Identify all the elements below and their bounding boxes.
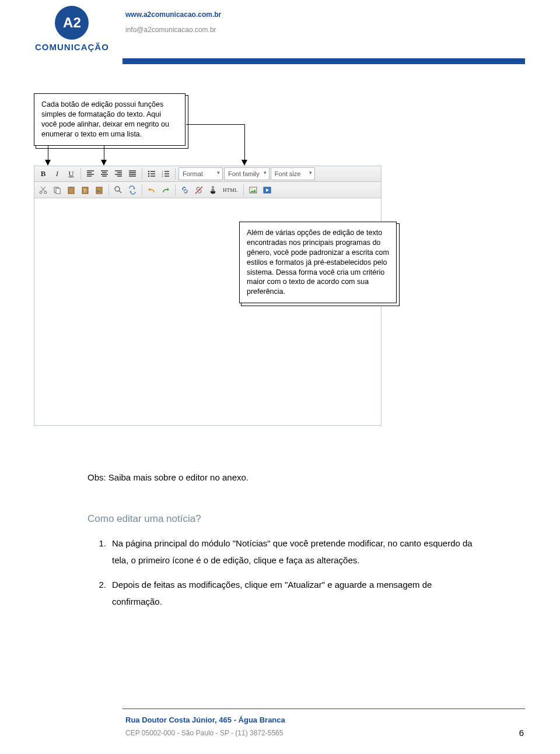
callout-styles: Além de várias opções de edição de texto… xyxy=(239,222,397,303)
ordered-list-button[interactable]: 123 xyxy=(159,167,172,180)
undo-button[interactable] xyxy=(145,184,158,197)
paste-button[interactable] xyxy=(65,184,78,197)
separator xyxy=(142,168,142,180)
replace-icon xyxy=(128,185,137,195)
svg-text:W: W xyxy=(97,189,101,194)
arrow-head-icon xyxy=(242,160,247,166)
html-button[interactable]: HTML xyxy=(220,184,240,197)
undo-icon xyxy=(147,185,156,195)
underline-button[interactable]: U xyxy=(65,167,78,180)
svg-text:3: 3 xyxy=(162,175,163,178)
list-item: 1. Na página principal do módulo "Notíci… xyxy=(93,535,473,569)
image-button[interactable] xyxy=(247,184,260,197)
redo-icon xyxy=(161,185,170,195)
footer-address-2: CEP 05002-000 - São Paulo - SP - (11) 38… xyxy=(125,729,285,737)
redo-button[interactable] xyxy=(159,184,172,197)
header-rule xyxy=(123,58,525,64)
header-urls: www.a2comunicacao.com.br info@a2comunica… xyxy=(125,10,221,41)
font-family-select[interactable]: Font family xyxy=(224,167,270,180)
footer-rule xyxy=(123,709,525,709)
numbered-list-icon: 123 xyxy=(161,169,170,178)
paste-word-icon: W xyxy=(94,185,104,195)
page-number: 6 xyxy=(519,728,524,738)
unlink-button[interactable] xyxy=(192,184,205,197)
svg-point-1 xyxy=(148,173,150,175)
format-select[interactable]: Format xyxy=(178,167,223,180)
align-justify-button[interactable] xyxy=(126,167,139,180)
cut-button[interactable] xyxy=(37,184,50,197)
separator xyxy=(175,168,176,180)
svg-point-6 xyxy=(40,191,42,194)
link-button[interactable] xyxy=(178,184,191,197)
align-center-button[interactable] xyxy=(98,167,111,180)
paste-text-icon: T xyxy=(80,185,90,195)
toolbar-row-2: T W HTML xyxy=(34,182,382,198)
anchor-icon xyxy=(208,185,218,195)
font-size-select[interactable]: Font size xyxy=(271,167,315,180)
footer-address-1: Rua Doutor Costa Júnior, 465 - Água Bran… xyxy=(125,716,285,724)
svg-point-19 xyxy=(251,188,252,189)
align-center-icon xyxy=(100,169,109,178)
logo-block: A2 COMUNICAÇÃO xyxy=(35,6,525,52)
callout-formatting: Cada botão de edição possui funções simp… xyxy=(34,93,186,146)
list-item: 2. Depois de feitas as modificações, cli… xyxy=(93,577,473,610)
bold-button[interactable]: B xyxy=(37,167,50,180)
obs-text: Obs: Saiba mais sobre o editor no anexo. xyxy=(88,472,473,482)
arrow-line xyxy=(186,124,244,125)
svg-text:T: T xyxy=(83,188,86,194)
separator xyxy=(175,184,176,196)
copy-button[interactable] xyxy=(51,184,64,197)
separator xyxy=(80,168,81,180)
svg-point-16 xyxy=(115,187,120,191)
align-left-button[interactable] xyxy=(84,167,97,180)
svg-point-2 xyxy=(148,176,150,177)
separator xyxy=(108,184,109,196)
svg-rect-9 xyxy=(56,188,60,194)
arrow-line xyxy=(48,146,48,161)
svg-rect-11 xyxy=(70,187,72,188)
unordered-list-button[interactable] xyxy=(145,167,158,180)
list-number: 1. xyxy=(93,535,106,569)
arrow-head-icon xyxy=(45,160,51,166)
arrow-line xyxy=(104,146,104,161)
footer-text: Rua Doutor Costa Júnior, 465 - Água Bran… xyxy=(125,716,285,737)
link-icon xyxy=(180,185,190,195)
separator xyxy=(142,184,142,196)
instruction-list: 1. Na página principal do módulo "Notíci… xyxy=(88,535,473,618)
copy-icon xyxy=(52,185,62,195)
header-email: info@a2comunicacao.com.br xyxy=(125,26,221,34)
page-footer: Rua Doutor Costa Júnior, 465 - Água Bran… xyxy=(0,709,560,754)
media-button[interactable] xyxy=(261,184,274,197)
scissors-icon xyxy=(38,185,48,195)
media-icon xyxy=(262,185,272,195)
unlink-icon xyxy=(194,185,204,195)
separator xyxy=(243,184,244,196)
toolbar-row-1: B I U 123 Format Font family Font size xyxy=(34,166,382,182)
list-number: 2. xyxy=(93,577,106,610)
image-icon xyxy=(249,185,258,195)
align-right-icon xyxy=(114,169,123,178)
svg-point-7 xyxy=(44,191,47,194)
logo-circle: A2 xyxy=(55,6,89,40)
align-left-icon xyxy=(86,169,95,178)
paste-text-button[interactable]: T xyxy=(79,184,92,197)
header-url: www.a2comunicacao.com.br xyxy=(125,10,221,19)
anchor-button[interactable] xyxy=(206,184,219,197)
find-button[interactable] xyxy=(112,184,125,197)
paste-word-button[interactable]: W xyxy=(93,184,106,197)
list-text: Na página principal do módulo "Notícias"… xyxy=(112,535,473,569)
align-justify-icon xyxy=(128,169,137,178)
page-header: A2 COMUNICAÇÃO www.a2comunicacao.com.br … xyxy=(0,0,560,67)
logo-label: COMUNICAÇÃO xyxy=(35,42,109,52)
align-right-button[interactable] xyxy=(112,167,125,180)
bullet-list-icon xyxy=(147,169,156,178)
section-heading: Como editar uma notícia? xyxy=(88,513,473,525)
list-text: Depois de feitas as modificações, clique… xyxy=(112,577,473,610)
replace-button[interactable] xyxy=(126,184,139,197)
paste-icon xyxy=(66,185,76,195)
search-icon xyxy=(114,185,123,195)
arrow-head-icon xyxy=(101,160,107,166)
svg-point-0 xyxy=(148,171,150,173)
italic-button[interactable]: I xyxy=(51,167,64,180)
arrow-line xyxy=(244,124,245,161)
